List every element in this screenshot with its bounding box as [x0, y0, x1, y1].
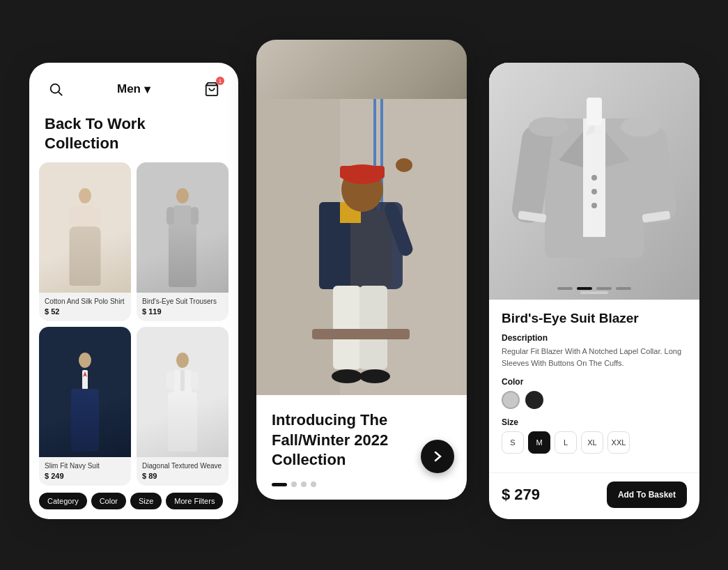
dot-1[interactable] — [557, 287, 573, 290]
product-info-polo: Cotton And Silk Polo Shirt $ 52 — [39, 293, 131, 321]
color-swatch-black[interactable] — [525, 391, 543, 409]
svg-rect-4 — [76, 206, 94, 230]
scroll-indicator — [580, 291, 608, 294]
add-to-basket-button[interactable]: Add To Basket — [607, 482, 687, 508]
svg-point-19 — [79, 353, 91, 368]
svg-point-28 — [84, 415, 95, 421]
search-icon — [48, 82, 63, 97]
suit-figure — [65, 351, 105, 434]
hero-dot-3[interactable] — [301, 482, 307, 487]
size-xxl[interactable]: XXL — [607, 431, 630, 454]
app-scene: Men ▾ 1 Back To Work Collection — [0, 0, 728, 570]
svg-point-3 — [79, 188, 91, 203]
color-title: Color — [502, 377, 687, 387]
product-info-shirt: Diagonal Textured Weave $ 89 — [137, 457, 229, 486]
product-image-suit — [39, 327, 131, 457]
svg-rect-35 — [183, 392, 190, 417]
blazer-illustration — [489, 63, 699, 300]
product-price-trousers: $ 119 — [142, 307, 223, 316]
arrow-right-icon — [431, 449, 444, 463]
svg-rect-16 — [183, 228, 190, 252]
svg-rect-26 — [85, 392, 93, 417]
hero-illustration — [256, 99, 467, 440]
svg-point-18 — [181, 251, 192, 256]
size-options: S M L XL XXL — [502, 431, 687, 454]
hero-dots — [272, 482, 451, 487]
product-image-shirt — [137, 327, 229, 457]
svg-rect-73 — [587, 98, 602, 125]
hero-dot-active[interactable] — [272, 483, 287, 486]
product-name-shirt: Diagonal Textured Weave — [142, 461, 223, 470]
svg-rect-31 — [166, 371, 174, 390]
filter-color[interactable]: Color — [91, 493, 126, 509]
detail-content: Bird's-Eye Suit Blazer Description Regul… — [489, 300, 699, 472]
svg-rect-22 — [93, 371, 101, 390]
product-card-suit[interactable]: Slim Fit Navy Suit $ 249 — [39, 327, 131, 486]
svg-point-72 — [621, 117, 660, 137]
list-header: Men ▾ 1 — [29, 63, 238, 107]
product-name-trousers: Bird's-Eye Suit Trousers — [142, 297, 223, 306]
filter-category[interactable]: Category — [39, 493, 87, 509]
svg-point-68 — [591, 175, 597, 180]
svg-point-36 — [171, 415, 183, 421]
product-grid: Cotton And Silk Polo Shirt $ 52 — [29, 162, 238, 486]
svg-rect-5 — [69, 207, 77, 225]
trousers-figure — [162, 186, 203, 270]
svg-point-70 — [591, 203, 597, 208]
dot-4[interactable] — [616, 287, 631, 290]
svg-rect-6 — [93, 207, 101, 225]
product-image-trousers — [137, 162, 229, 293]
dot-3[interactable] — [596, 287, 612, 290]
product-name-polo: Cotton And Silk Polo Shirt — [45, 297, 125, 306]
product-price-suit: $ 249 — [45, 472, 125, 480]
description-title: Description — [502, 333, 687, 343]
product-card-polo[interactable]: Cotton And Silk Polo Shirt $ 52 — [39, 162, 131, 321]
hero-next-button[interactable] — [421, 440, 454, 473]
shirt-figure — [162, 351, 203, 434]
svg-rect-34 — [173, 392, 181, 417]
svg-rect-7 — [76, 228, 84, 252]
product-card-shirt[interactable]: Diagonal Textured Weave $ 89 — [137, 327, 229, 486]
svg-point-37 — [181, 415, 192, 421]
svg-rect-32 — [191, 371, 199, 390]
filter-size[interactable]: Size — [130, 493, 162, 509]
svg-rect-25 — [76, 392, 84, 417]
detail-footer: $ 279 Add To Basket — [489, 472, 699, 519]
size-title: Size — [502, 417, 687, 427]
dot-2[interactable] — [577, 287, 592, 290]
size-s[interactable]: S — [502, 431, 524, 454]
svg-point-11 — [176, 188, 189, 203]
filter-more[interactable]: More Filters — [166, 493, 223, 509]
product-card-trousers[interactable]: Bird's-Eye Suit Trousers $ 119 — [137, 162, 229, 321]
svg-point-29 — [176, 353, 189, 368]
men-dropdown[interactable]: Men ▾ — [117, 82, 150, 97]
product-price-polo: $ 52 — [45, 307, 125, 316]
product-info-trousers: Bird's-Eye Suit Trousers $ 119 — [137, 293, 229, 321]
svg-point-10 — [84, 251, 95, 256]
svg-rect-12 — [173, 206, 192, 230]
color-swatch-gray[interactable] — [502, 391, 520, 409]
svg-point-0 — [51, 84, 60, 93]
hero-card: Introducing The Fall/Winter 2022 Collect… — [256, 40, 467, 500]
detail-price: $ 279 — [502, 486, 540, 504]
description-text: Regular Fit Blazer With A Notched Lapel … — [502, 346, 687, 369]
hero-dot-2[interactable] — [291, 482, 297, 487]
svg-point-27 — [74, 415, 85, 421]
svg-rect-54 — [359, 286, 387, 369]
detail-image-area — [489, 63, 699, 300]
hero-dot-4[interactable] — [311, 482, 316, 487]
size-m[interactable]: M — [528, 431, 550, 454]
svg-point-71 — [529, 117, 568, 137]
size-xl[interactable]: XL — [581, 431, 603, 454]
svg-rect-53 — [333, 286, 361, 369]
cart-button[interactable]: 1 — [201, 78, 223, 100]
product-list-card: Men ▾ 1 Back To Work Collection — [29, 63, 238, 519]
svg-rect-55 — [312, 329, 410, 339]
svg-line-1 — [59, 92, 62, 95]
size-l[interactable]: L — [555, 431, 577, 454]
cart-badge: 1 — [216, 77, 224, 85]
svg-rect-13 — [166, 207, 174, 225]
product-image-polo — [39, 162, 131, 293]
svg-point-57 — [359, 369, 390, 383]
search-button[interactable] — [45, 78, 67, 100]
